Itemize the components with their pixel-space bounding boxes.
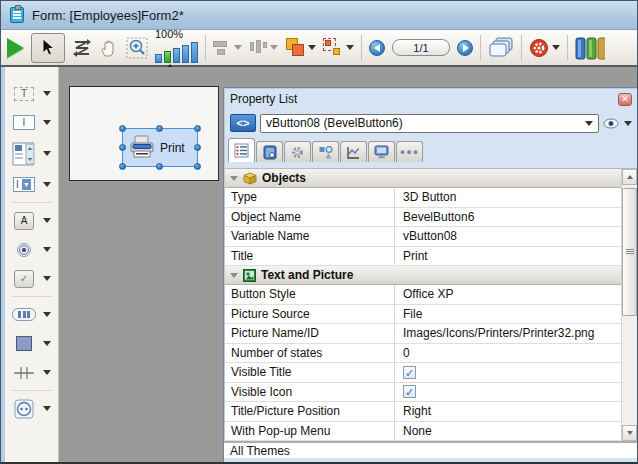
property-row-type[interactable]: Type 3D Button [225, 188, 637, 208]
view-options-button[interactable] [603, 118, 632, 129]
chevron-down-icon[interactable] [43, 182, 51, 187]
splitter-tool[interactable] [12, 358, 51, 387]
form-page[interactable]: Print [69, 86, 219, 181]
tab-control-tool[interactable] [12, 394, 51, 423]
property-row-visible-title[interactable]: Visible Title ✓ [225, 363, 637, 383]
scroll-down-button[interactable] [622, 425, 637, 441]
pointer-tool-button[interactable] [31, 33, 65, 63]
scroll-up-button[interactable] [622, 169, 637, 185]
zoom-bar-50[interactable] [155, 54, 162, 63]
rectangle-tool[interactable] [12, 329, 51, 358]
selection-handle[interactable] [119, 144, 126, 151]
zoom-bar-800[interactable] [191, 42, 198, 63]
property-value[interactable]: Office XP [395, 285, 637, 304]
zoom-bar-200[interactable] [173, 48, 180, 63]
object-selector-dropdown[interactable]: vButton08 (BevelButton6) [260, 114, 599, 133]
chevron-down-icon[interactable] [43, 276, 51, 281]
property-value[interactable]: 0 [395, 344, 637, 363]
selection-handle[interactable] [119, 125, 126, 132]
button-tool[interactable]: A [12, 206, 51, 235]
titlebar[interactable]: Form: [Employees]Form2* [1, 1, 638, 30]
property-row-number-of-states[interactable]: Number of states 0 [225, 344, 637, 364]
toolbar: 100% [1, 30, 638, 67]
collapse-triangle-icon[interactable] [230, 273, 238, 278]
tab-list[interactable] [228, 138, 255, 162]
entry-order-button[interactable] [72, 33, 92, 63]
property-row-with-popup-menu[interactable]: With Pop-up Menu None [225, 422, 637, 442]
property-row-picture-name[interactable]: Picture Name/ID Images/Icons/Printers/Pr… [225, 324, 637, 344]
selection-handle[interactable] [156, 163, 163, 170]
chevron-down-icon[interactable] [43, 91, 51, 96]
property-row-variable-name[interactable]: Variable Name vButton08 [225, 227, 637, 247]
section-header-text-and-picture[interactable]: Text and Picture [225, 266, 637, 285]
level-menu-button[interactable] [285, 33, 316, 63]
chevron-down-icon[interactable] [43, 120, 51, 125]
selection-handle[interactable] [194, 144, 201, 151]
pan-tool-button[interactable] [99, 33, 119, 63]
chevron-down-icon[interactable] [43, 406, 51, 411]
form-pages-button[interactable] [488, 33, 514, 63]
selected-print-button[interactable]: Print [122, 128, 198, 167]
property-value[interactable]: Images/Icons/Printers/Printer32.png [395, 324, 637, 343]
selection-handle[interactable] [194, 125, 201, 132]
listbox-tool[interactable] [12, 137, 51, 170]
duplicate-menu-button[interactable] [323, 33, 354, 63]
tab-events[interactable] [340, 141, 367, 162]
tab-database[interactable] [256, 141, 283, 162]
tab-action[interactable] [284, 141, 311, 162]
selection-handle[interactable] [119, 163, 126, 170]
radio-tool[interactable] [12, 235, 51, 264]
chevron-down-icon[interactable] [43, 218, 51, 223]
themes-footer[interactable]: All Themes [224, 441, 638, 458]
text-tool[interactable]: T [12, 79, 51, 108]
scrollbar-thumb[interactable] [622, 188, 637, 316]
combobox-tool[interactable]: I▾ [12, 170, 51, 199]
tab-display[interactable] [368, 141, 395, 162]
zoom-level-control[interactable]: 100% [155, 33, 198, 63]
property-value[interactable]: 3D Button [395, 188, 637, 207]
property-list-titlebar[interactable]: Property List ✕ [224, 88, 638, 110]
checkbox-checked[interactable]: ✓ [403, 366, 416, 379]
chevron-down-icon[interactable] [43, 312, 51, 317]
section-header-objects[interactable]: Objects [225, 169, 637, 188]
zoom-tool-button[interactable] [126, 33, 148, 63]
property-row-picture-source[interactable]: Picture Source File [225, 305, 637, 325]
collapse-triangle-icon[interactable] [230, 176, 238, 181]
property-row-title-picture-position[interactable]: Title/Picture Position Right [225, 402, 637, 422]
property-row-object-name[interactable]: Object Name BevelButton6 [225, 208, 637, 228]
chevron-down-icon[interactable] [43, 341, 51, 346]
chevron-down-icon[interactable] [43, 370, 51, 375]
tab-more[interactable]: ●●● [396, 141, 423, 162]
zoom-bar-100-active[interactable] [164, 51, 171, 63]
previous-page-button[interactable] [369, 33, 385, 63]
execute-form-button[interactable] [7, 33, 24, 63]
tab-control-icon [12, 399, 36, 418]
tab-objects[interactable] [312, 141, 339, 162]
chevron-down-icon[interactable] [43, 151, 51, 156]
checkbox-checked[interactable]: ✓ [403, 385, 416, 398]
property-value[interactable]: File [395, 305, 637, 324]
badge-menu-button[interactable] [529, 33, 560, 63]
property-value[interactable]: None [395, 422, 637, 441]
checkbox-tool[interactable]: ✓ [12, 264, 51, 293]
chevron-down-icon[interactable] [43, 247, 51, 252]
library-button[interactable] [575, 33, 605, 63]
input-tool[interactable]: I [12, 108, 51, 137]
selection-handle[interactable] [156, 125, 163, 132]
property-value[interactable]: Right [395, 402, 637, 421]
prev-next-object-button[interactable]: <> [230, 114, 256, 132]
property-value[interactable]: Print [395, 247, 637, 266]
next-page-button[interactable] [457, 33, 473, 63]
property-row-visible-icon[interactable]: Visible Icon ✓ [225, 383, 637, 403]
gear-tab-icon [290, 145, 305, 160]
property-row-button-style[interactable]: Button Style Office XP [225, 285, 637, 305]
align-menu-disabled [213, 33, 242, 63]
zoom-bar-400[interactable] [182, 45, 189, 63]
selection-handle[interactable] [194, 163, 201, 170]
property-value[interactable]: vButton08 [395, 227, 637, 246]
button-grid-tool[interactable] [12, 300, 51, 329]
property-value[interactable]: BevelButton6 [395, 208, 637, 227]
property-row-title[interactable]: Title Print [225, 247, 637, 267]
property-scrollbar[interactable] [621, 169, 637, 441]
close-icon[interactable]: ✕ [618, 93, 632, 106]
